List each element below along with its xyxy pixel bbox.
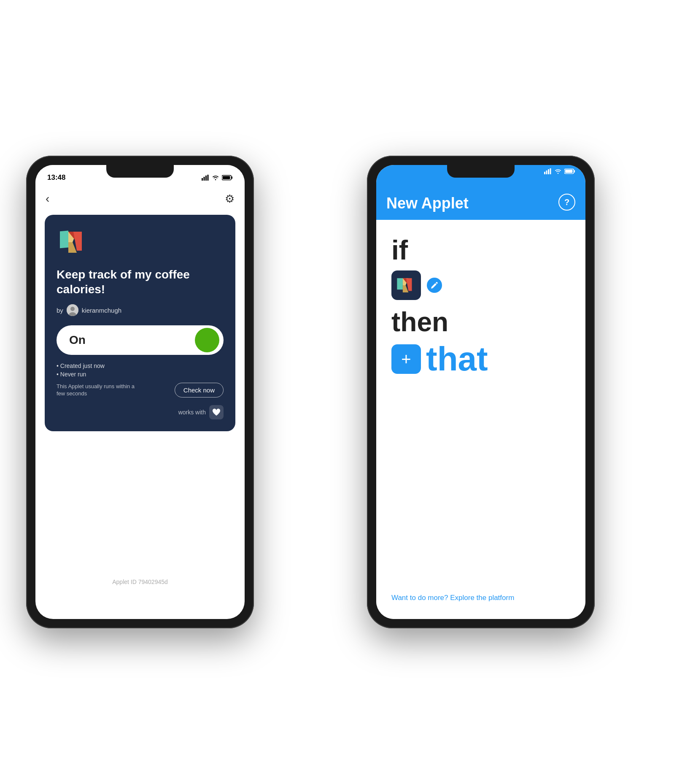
then-label: then: [391, 308, 570, 335]
status-time: 13:48: [47, 173, 65, 182]
m-logo-box-2[interactable]: [391, 270, 421, 300]
info-bullets: • Created just now • Never run: [57, 362, 224, 378]
applet-info: • Created just now • Never run This Appl…: [57, 362, 224, 397]
help-button[interactable]: ?: [558, 194, 575, 211]
phone-1: 13:48: [26, 156, 254, 628]
svg-marker-24: [403, 285, 409, 292]
svg-rect-6: [223, 176, 230, 179]
svg-rect-17: [548, 169, 549, 174]
author-avatar: [67, 304, 78, 316]
svg-rect-21: [565, 170, 573, 173]
nav-bar-1: ‹ ⚙: [35, 187, 245, 211]
bullet-run: • Never run: [57, 371, 224, 378]
phone-2-screen: New Applet ? if: [376, 165, 585, 619]
that-label: that: [426, 342, 488, 376]
that-row: + that: [391, 342, 570, 376]
pencil-icon: [431, 281, 438, 289]
home-indicator-2: [456, 621, 506, 623]
svg-rect-2: [205, 176, 207, 181]
edit-button[interactable]: [427, 278, 442, 293]
m-logo: [57, 227, 224, 267]
applet-card: Keep track of my coffee calories! by kie…: [45, 215, 235, 431]
notch-1: [106, 165, 174, 178]
status-icons: [202, 175, 233, 181]
ifttt-content: if: [376, 220, 585, 619]
notch-2: [447, 165, 515, 178]
svg-marker-9: [68, 242, 77, 253]
plus-box[interactable]: +: [391, 344, 421, 374]
check-now-button[interactable]: Check now: [175, 383, 224, 397]
status-bar-2: [544, 168, 575, 174]
applet-id: Applet ID 79402945d: [35, 579, 245, 585]
explore-link[interactable]: Want to do more? Explore the platform: [391, 594, 514, 602]
svg-rect-15: [544, 172, 545, 174]
new-applet-title: New Applet: [386, 173, 469, 212]
applet-author: by kieranmchugh: [57, 304, 224, 316]
m-logo-row: [391, 270, 570, 300]
heart-icon-box: [209, 405, 224, 419]
back-button[interactable]: ‹: [46, 192, 49, 205]
svg-marker-22: [397, 278, 403, 289]
m-logo-2: [395, 275, 418, 295]
applet-subtext: This Applet usually runs within a few se…: [57, 383, 141, 397]
heart-icon: [212, 408, 221, 416]
toggle-ball: [195, 328, 219, 352]
wifi-icon-2: [554, 168, 562, 174]
svg-rect-3: [208, 175, 209, 181]
svg-rect-20: [574, 170, 575, 173]
phone-2: New Applet ? if: [367, 156, 595, 628]
toggle-switch[interactable]: On: [57, 325, 224, 355]
toggle-label: On: [69, 333, 86, 347]
battery-icon-2: [564, 168, 575, 174]
svg-rect-5: [232, 176, 232, 179]
signal-icon: [202, 175, 209, 181]
home-indicator-1: [115, 621, 165, 623]
phone-1-screen: 13:48: [35, 165, 245, 619]
gear-button[interactable]: ⚙: [225, 192, 235, 205]
author-name: kieranmchugh: [82, 307, 121, 314]
battery-icon: [222, 175, 233, 181]
svg-rect-16: [546, 170, 547, 174]
works-with-label: works with: [178, 409, 206, 416]
author-prefix: by: [57, 307, 63, 314]
info-row: This Applet usually runs within a few se…: [57, 383, 224, 397]
wifi-icon: [212, 175, 219, 181]
bullet-created: • Created just now: [57, 362, 224, 369]
svg-point-13: [70, 307, 75, 311]
svg-rect-1: [204, 177, 205, 181]
scene: 13:48: [0, 0, 674, 784]
svg-marker-7: [60, 231, 68, 249]
works-with-row: works with: [57, 405, 224, 419]
svg-rect-0: [202, 178, 203, 181]
svg-rect-18: [550, 168, 551, 174]
if-label: if: [391, 237, 570, 264]
signal-icon-2: [544, 168, 552, 174]
applet-title: Keep track of my coffee calories!: [57, 267, 224, 297]
